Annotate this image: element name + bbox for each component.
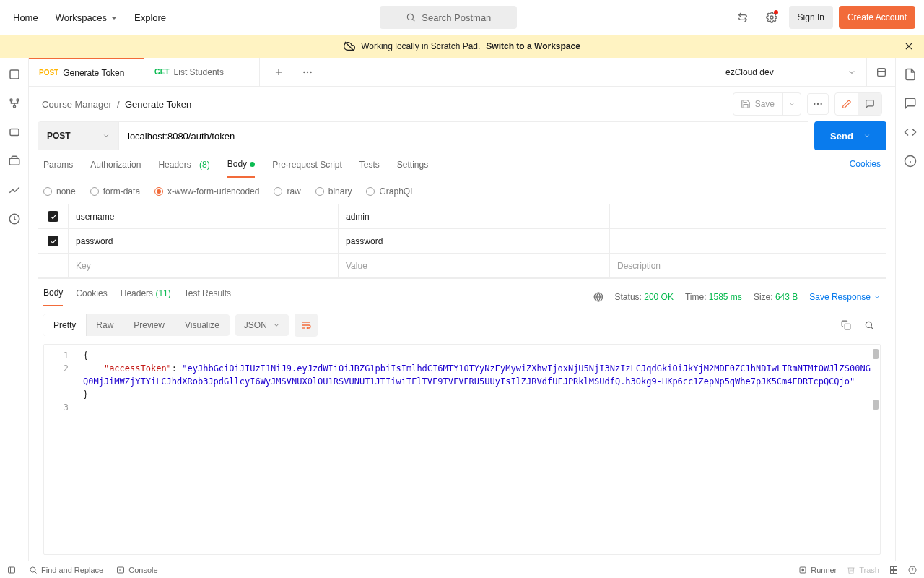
collections-icon[interactable] — [8, 68, 21, 81]
cookies-link[interactable]: Cookies — [850, 159, 881, 178]
settings-icon[interactable] — [760, 6, 783, 29]
kv-value[interactable]: password — [339, 229, 610, 253]
scrollbar[interactable] — [873, 349, 879, 359]
kv-desc[interactable] — [610, 204, 886, 228]
mock-icon[interactable] — [8, 155, 21, 168]
checkbox[interactable] — [48, 211, 58, 222]
resp-tab-tests[interactable]: Test Results — [184, 288, 231, 306]
documentation-icon[interactable] — [904, 68, 917, 81]
tab-tests[interactable]: Tests — [359, 159, 380, 178]
breadcrumb-collection[interactable]: Course Manager — [42, 99, 112, 110]
tab-settings[interactable]: Settings — [397, 159, 428, 178]
tab-list-students[interactable]: GET List Students — [144, 58, 260, 86]
table-row-empty[interactable]: Key Value Description — [38, 254, 886, 278]
view-pretty[interactable]: Pretty — [43, 314, 86, 336]
console-button[interactable]: Console — [116, 566, 157, 574]
monitors-icon[interactable] — [8, 184, 21, 197]
bodytype-graphql[interactable]: GraphQL — [366, 186, 414, 197]
search-response-button[interactable] — [858, 314, 881, 337]
checkbox[interactable] — [48, 236, 58, 246]
format-selector[interactable]: JSON — [235, 314, 289, 336]
edit-mode-button[interactable] — [835, 93, 858, 115]
view-preview[interactable]: Preview — [123, 314, 175, 336]
tab-options-button[interactable] — [296, 61, 319, 84]
unsaved-dot — [250, 162, 255, 167]
wrap-lines-button[interactable] — [295, 314, 318, 337]
switch-workspace-link[interactable]: Switch to a Workspace — [486, 41, 580, 51]
time-label: Time: 1585 ms — [685, 292, 742, 302]
status-label: Status: 200 OK — [615, 292, 674, 302]
tab-authorization[interactable]: Authorization — [90, 159, 141, 178]
tab-prerequest[interactable]: Pre-request Script — [272, 159, 342, 178]
svg-point-16 — [307, 71, 308, 72]
kv-desc-placeholder[interactable]: Description — [610, 254, 886, 277]
kv-value[interactable]: admin — [339, 204, 610, 228]
environment-quicklook[interactable] — [866, 58, 895, 86]
comments-icon[interactable] — [904, 97, 917, 110]
bodytype-formdata[interactable]: form-data — [90, 186, 140, 197]
copy-response-button[interactable] — [834, 314, 858, 337]
svg-point-0 — [408, 14, 414, 20]
environments-icon[interactable] — [8, 126, 21, 139]
save-response-button[interactable]: Save Response — [809, 292, 881, 302]
send-button[interactable]: Send — [814, 121, 886, 150]
sidebar-toggle[interactable] — [7, 566, 16, 574]
kv-key[interactable]: username — [69, 204, 339, 228]
save-button[interactable]: Save — [733, 92, 801, 116]
runner-button[interactable]: Runner — [798, 566, 837, 574]
sync-icon[interactable] — [731, 6, 754, 29]
resp-tab-cookies[interactable]: Cookies — [76, 288, 107, 306]
view-raw[interactable]: Raw — [86, 314, 123, 336]
bodytype-urlencoded[interactable]: x-www-form-urlencoded — [154, 186, 259, 197]
view-visualize[interactable]: Visualize — [175, 314, 230, 336]
environment-selector[interactable]: ezCloud dev — [715, 58, 866, 86]
search-input[interactable]: Search Postman — [380, 6, 517, 29]
kv-key-placeholder[interactable]: Key — [69, 254, 339, 277]
chevron-down-icon — [863, 132, 871, 139]
new-tab-button[interactable] — [267, 61, 290, 84]
help-button[interactable] — [908, 566, 917, 574]
bodytype-raw[interactable]: raw — [274, 186, 300, 197]
close-icon[interactable] — [904, 41, 914, 51]
save-options[interactable] — [782, 93, 801, 115]
apis-icon[interactable] — [8, 97, 21, 110]
response-body-viewer[interactable]: 123 { "accessToken": "eyJhbGciOiJIUzI1Ni… — [43, 344, 881, 555]
scratchpad-banner: Working locally in Scratch Pad. Switch t… — [0, 35, 924, 58]
trash-button[interactable]: Trash — [847, 566, 879, 574]
tab-params[interactable]: Params — [43, 159, 73, 178]
method-selector[interactable]: POST — [38, 122, 119, 150]
table-row[interactable]: password password — [38, 229, 886, 254]
layout-button[interactable] — [889, 566, 898, 574]
resp-tab-headers[interactable]: Headers (11) — [121, 288, 171, 306]
chevron-down-icon — [103, 132, 110, 139]
tab-generate-token[interactable]: POST Generate Token — [29, 58, 144, 86]
create-account-button[interactable]: Create Account — [839, 6, 915, 29]
svg-point-15 — [303, 71, 305, 72]
nav-home[interactable]: Home — [13, 12, 38, 23]
url-input[interactable] — [119, 122, 808, 150]
resp-tab-body[interactable]: Body — [43, 288, 63, 306]
kv-key[interactable]: password — [69, 229, 339, 253]
info-icon[interactable] — [904, 155, 917, 168]
globe-icon[interactable] — [593, 292, 603, 302]
scrollbar[interactable] — [873, 400, 879, 410]
table-row[interactable]: username admin — [38, 204, 886, 229]
nav-explore[interactable]: Explore — [134, 12, 166, 23]
nav-workspaces[interactable]: Workspaces — [56, 12, 117, 23]
bodytype-none[interactable]: none — [43, 186, 76, 197]
svg-point-8 — [17, 99, 19, 101]
tab-body[interactable]: Body — [227, 159, 255, 178]
kv-desc[interactable] — [610, 229, 886, 253]
svg-marker-40 — [802, 569, 804, 571]
code-icon[interactable] — [904, 126, 917, 139]
kv-value-placeholder[interactable]: Value — [339, 254, 610, 277]
find-replace-button[interactable]: Find and Replace — [29, 566, 103, 574]
more-actions-button[interactable] — [807, 93, 829, 115]
history-icon[interactable] — [8, 212, 21, 225]
comment-mode-button[interactable] — [858, 93, 881, 115]
tab-headers[interactable]: Headers (8) — [158, 159, 209, 178]
svg-point-35 — [30, 567, 35, 572]
tab-label: Generate Token — [63, 68, 124, 78]
signin-button[interactable]: Sign In — [789, 6, 833, 29]
bodytype-binary[interactable]: binary — [315, 186, 352, 197]
